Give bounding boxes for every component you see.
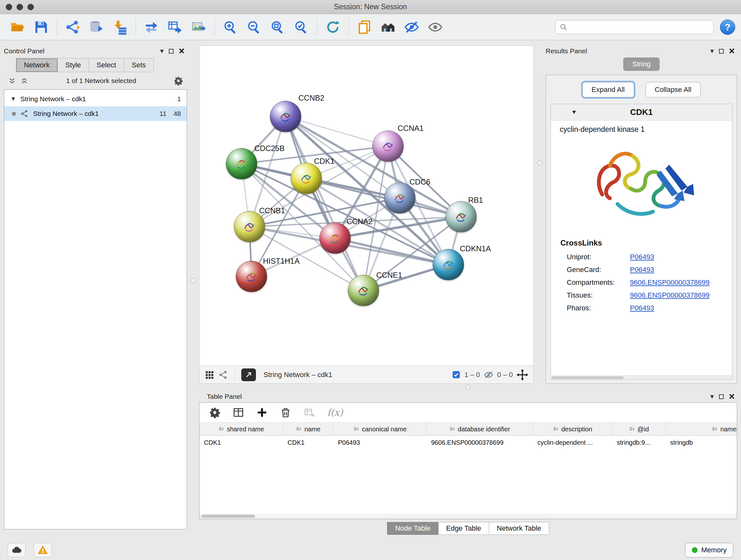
- tab-edge-table[interactable]: Edge Table: [439, 522, 489, 535]
- float-panel-icon[interactable]: [169, 49, 174, 54]
- import-table-button[interactable]: [108, 17, 132, 38]
- import-database-button[interactable]: [84, 17, 108, 38]
- home-networks-button[interactable]: [376, 17, 400, 38]
- column-header-database-identifier[interactable]: database identifier: [427, 423, 533, 435]
- search-field[interactable]: [555, 20, 714, 34]
- export-image-button[interactable]: [187, 17, 211, 38]
- column-header-name[interactable]: name: [283, 423, 333, 435]
- network-node-CDC25B[interactable]: [226, 148, 257, 179]
- network-node-HIST1H1A[interactable]: [236, 261, 267, 292]
- cell-namespace[interactable]: stringdb: [666, 436, 737, 449]
- float-panel-icon[interactable]: [719, 394, 724, 399]
- collapse-section-icon[interactable]: ▼: [571, 109, 577, 116]
- tissues-link[interactable]: 9606.ENSP00000378699: [630, 291, 710, 300]
- cloud-button[interactable]: [8, 543, 25, 557]
- table-horizontal-scrollbar[interactable]: [199, 514, 737, 519]
- network-node-RB1[interactable]: [446, 201, 477, 233]
- pharos-link[interactable]: P06493: [630, 304, 654, 312]
- zoom-out-button[interactable]: [242, 17, 266, 38]
- scrollbar-thumb[interactable]: [201, 515, 255, 518]
- delete-column-button[interactable]: [280, 407, 291, 418]
- show-all-button[interactable]: [423, 17, 447, 38]
- splitter-handle[interactable]: [537, 160, 542, 165]
- splitter-handle[interactable]: [466, 385, 471, 390]
- close-panel-icon[interactable]: ×: [729, 47, 735, 55]
- network-node-CCNB2[interactable]: [270, 101, 301, 132]
- tab-network-table[interactable]: Network Table: [489, 522, 549, 535]
- close-panel-icon[interactable]: ×: [179, 47, 185, 55]
- copy-button[interactable]: [353, 17, 376, 38]
- results-horizontal-scrollbar[interactable]: [551, 375, 732, 379]
- show-columns-button[interactable]: [232, 407, 244, 418]
- cell-canonical-name[interactable]: P06493: [333, 436, 427, 449]
- window-close-button[interactable]: [6, 4, 12, 10]
- network-node-CDC6[interactable]: [384, 182, 415, 213]
- grid-view-icon[interactable]: [205, 370, 214, 380]
- transfer-network-button[interactable]: [140, 17, 163, 38]
- network-node-CCNA1[interactable]: [373, 131, 404, 162]
- tab-select[interactable]: Select: [89, 58, 124, 72]
- compartments-link[interactable]: 9606.ENSP00000378699: [630, 278, 710, 287]
- panel-menu-icon[interactable]: ▾: [160, 47, 164, 55]
- search-input[interactable]: [570, 23, 710, 31]
- results-tab-string[interactable]: String: [623, 57, 659, 71]
- table-settings-button[interactable]: [209, 407, 220, 418]
- panel-menu-icon[interactable]: ▾: [711, 392, 714, 401]
- table-row[interactable]: CDK1 CDK1 P06493 9606.ENSP00000378699 cy…: [199, 436, 737, 449]
- uniprot-link[interactable]: P06493: [630, 253, 654, 261]
- open-session-button[interactable]: [6, 17, 29, 38]
- expand-all-networks-icon[interactable]: [8, 76, 17, 85]
- column-header-id[interactable]: @id: [612, 423, 666, 435]
- tab-sets[interactable]: Sets: [124, 58, 154, 72]
- zoom-fit-button[interactable]: [266, 17, 289, 38]
- network-row[interactable]: String Network – cdk1 11 48: [4, 106, 187, 121]
- function-builder-button[interactable]: f(x): [327, 407, 343, 418]
- network-node-CCNE1[interactable]: [348, 275, 379, 306]
- network-share-icon[interactable]: [219, 370, 228, 380]
- add-column-button[interactable]: [256, 407, 268, 418]
- tab-node-table[interactable]: Node Table: [387, 522, 439, 535]
- float-panel-icon[interactable]: [719, 49, 724, 54]
- vertical-splitter[interactable]: [534, 45, 546, 384]
- panel-menu-icon[interactable]: ▾: [711, 47, 714, 55]
- zoom-selected-button[interactable]: [289, 17, 313, 38]
- column-header-canonical-name[interactable]: canonical name: [333, 423, 427, 435]
- gear-icon[interactable]: [174, 76, 183, 85]
- vertical-splitter[interactable]: [187, 45, 199, 540]
- tree-expand-icon[interactable]: ▼: [10, 96, 16, 102]
- import-network-button[interactable]: [61, 17, 84, 38]
- cell-shared-name[interactable]: CDK1: [199, 436, 283, 449]
- export-table-button[interactable]: [163, 17, 187, 38]
- window-zoom-button[interactable]: [27, 4, 34, 10]
- network-collection-row[interactable]: ▼ String Network – cdk1 1: [4, 91, 187, 106]
- column-header-shared-name[interactable]: shared name: [199, 423, 283, 435]
- collapse-all-button[interactable]: Collapse All: [646, 82, 701, 98]
- genecard-link[interactable]: P06493: [630, 266, 654, 274]
- warnings-button[interactable]: [34, 543, 52, 557]
- help-button[interactable]: ?: [720, 19, 735, 35]
- collapse-all-networks-icon[interactable]: [20, 76, 29, 85]
- scrollbar-thumb[interactable]: [552, 376, 623, 379]
- hide-selected-button[interactable]: [400, 17, 423, 38]
- network-node-CDK1[interactable]: [291, 163, 322, 194]
- window-minimize-button[interactable]: [17, 4, 23, 10]
- cell-description[interactable]: cyclin-dependent ...: [533, 436, 612, 449]
- column-header-namespace[interactable]: namespace: [666, 423, 737, 435]
- network-node-CDKN1A[interactable]: [433, 249, 464, 280]
- external-link-button[interactable]: [241, 368, 256, 381]
- network-node-CCNB1[interactable]: [234, 211, 265, 242]
- horizontal-splitter[interactable]: [199, 384, 737, 391]
- network-canvas[interactable]: CCNB2CCNA1CDC25BCDK1CDC6RB1CCNB1CCNA2CDK…: [199, 45, 534, 366]
- refresh-button[interactable]: [321, 17, 345, 38]
- network-node-CCNA2[interactable]: [320, 223, 351, 254]
- column-header-description[interactable]: description: [533, 423, 612, 435]
- cell-name[interactable]: CDK1: [283, 436, 333, 449]
- expand-all-button[interactable]: Expand All: [583, 82, 634, 98]
- protein-card-header[interactable]: ▼ CDK1: [551, 104, 732, 121]
- splitter-handle[interactable]: [191, 278, 196, 283]
- memory-button[interactable]: Memory: [685, 543, 733, 557]
- tab-style[interactable]: Style: [58, 58, 89, 72]
- close-panel-icon[interactable]: ×: [729, 393, 735, 401]
- pan-crosshair-icon[interactable]: [517, 369, 528, 381]
- zoom-in-button[interactable]: [219, 17, 242, 38]
